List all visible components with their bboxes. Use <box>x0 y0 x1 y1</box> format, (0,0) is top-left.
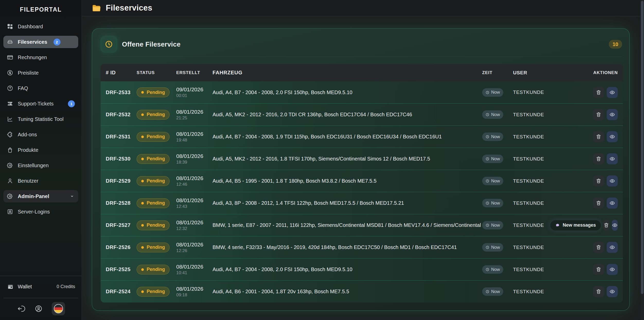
sidebar-item-label: Add-ons <box>18 132 37 138</box>
delete-button[interactable] <box>593 109 604 120</box>
view-button[interactable] <box>612 220 618 231</box>
view-button[interactable] <box>607 198 618 209</box>
status-dot-icon <box>141 224 144 227</box>
speech-bubble-icon <box>555 223 560 228</box>
trash-icon <box>596 244 602 250</box>
sidebar-item-benutzer[interactable]: Benutzer <box>3 175 78 187</box>
status-label: Pending <box>147 178 165 184</box>
delete-button[interactable] <box>603 220 609 231</box>
profile-icon[interactable] <box>34 304 43 313</box>
delete-button[interactable] <box>593 131 604 142</box>
actions-cell <box>552 131 623 142</box>
credit-card-icon <box>7 54 13 61</box>
delete-button[interactable] <box>593 175 604 186</box>
view-button[interactable] <box>607 175 618 186</box>
table-row: DRF-2532 Pending 08/01/2026 21:25 Audi, … <box>101 103 623 126</box>
sidebar-item-add-ons[interactable]: Add-ons <box>3 128 78 141</box>
clock-icon <box>486 135 489 139</box>
delete-button[interactable] <box>593 87 604 98</box>
sidebar-item-produkte[interactable]: Produkte <box>3 144 78 156</box>
delete-button[interactable] <box>593 264 604 275</box>
time-pill: Now <box>482 110 503 119</box>
actions-cell <box>552 286 623 297</box>
created-cell: 08/01/2026 12:26 <box>176 242 213 253</box>
clock-icon <box>486 91 489 94</box>
time-pill: Now <box>482 287 503 296</box>
trash-icon <box>596 134 602 140</box>
status-badge: Pending <box>137 176 170 186</box>
status-cell: Pending <box>137 220 176 230</box>
sidebar-item-support-tickets[interactable]: Support-Tickets 1 <box>3 97 78 110</box>
created-time: 18:39 <box>176 160 213 165</box>
sidebar-item-fileservices[interactable]: Fileservices 2 <box>3 36 78 48</box>
question-circle-icon <box>7 85 13 92</box>
status-badge: Pending <box>137 132 170 142</box>
delete-button[interactable] <box>593 286 604 297</box>
sidebar-item-faq[interactable]: FAQ <box>3 82 78 94</box>
language-flag-button[interactable] <box>52 302 65 315</box>
sidebar-item-preisliste[interactable]: Preisliste <box>3 67 78 79</box>
user-name: TESTKUNDE <box>513 112 552 118</box>
time-pill-label: Now <box>491 267 500 272</box>
brand-title: FILEPORTAL <box>0 6 82 13</box>
clock-icon <box>486 179 489 183</box>
clock-icon <box>486 113 489 117</box>
user-name: TESTKUNDE <box>513 200 552 206</box>
wallet-row[interactable]: Wallet 0 Credits <box>7 280 75 293</box>
zeit-cell: Now <box>482 155 513 163</box>
table-body: DRF-2533 Pending 09/01/2026 00:01 Audi, … <box>101 81 623 303</box>
view-button[interactable] <box>607 242 618 253</box>
view-button[interactable] <box>607 286 618 297</box>
sidebar-item-einstellungen[interactable]: Einstellungen <box>3 159 78 172</box>
sidebar-item-server-logins[interactable]: Server-Logins <box>3 206 78 218</box>
created-time: 19:48 <box>176 138 213 143</box>
time-pill: Now <box>482 221 503 229</box>
sidebar-item-tuning-statistic-tool[interactable]: Tuning Statistic Tool <box>3 113 78 125</box>
delete-button[interactable] <box>593 198 604 209</box>
table-row: DRF-2528 Pending 08/01/2026 12:43 Audi, … <box>101 192 623 214</box>
eye-icon <box>609 266 615 272</box>
delete-button[interactable] <box>593 153 604 164</box>
status-dot-icon <box>141 91 144 94</box>
created-date: 08/01/2026 <box>176 242 213 248</box>
sidebar-item-dashboard[interactable]: Dashboard <box>3 20 78 33</box>
view-button[interactable] <box>607 87 618 98</box>
table-row: DRF-2531 Pending 08/01/2026 19:48 Audi, … <box>101 126 623 148</box>
sidebar-item-rechnungen[interactable]: Rechnungen <box>3 51 78 64</box>
user-name: TESTKUNDE <box>513 90 552 95</box>
german-flag-icon <box>54 304 63 313</box>
zeit-cell: Now <box>482 287 513 296</box>
fileservice-id: DRF-2531 <box>101 134 137 140</box>
dashboard-icon <box>7 23 13 30</box>
scrollbar-thumb[interactable] <box>641 1 643 294</box>
created-date: 09/01/2026 <box>176 86 213 93</box>
view-button[interactable] <box>607 264 618 275</box>
actions-cell <box>552 87 623 98</box>
status-cell: Pending <box>137 176 176 186</box>
created-cell: 08/01/2026 12:46 <box>176 175 213 187</box>
view-button[interactable] <box>607 109 618 120</box>
status-label: Pending <box>147 267 165 272</box>
actions-cell <box>552 264 623 275</box>
logout-icon[interactable] <box>17 304 25 313</box>
folder-icon <box>92 4 101 12</box>
sidebar-divider-top <box>0 276 82 276</box>
status-badge: Pending <box>137 110 170 120</box>
eye-icon <box>612 222 618 228</box>
sidebar-item-admin-panel[interactable]: Admin-Panel <box>3 190 78 202</box>
status-badge: Pending <box>137 87 170 97</box>
vehicle-description: Audi, A4, B6 - 2001 - 2004, 1.8T 20v 163… <box>213 289 482 295</box>
zeit-cell: Now <box>482 88 513 97</box>
clock-icon <box>486 201 489 205</box>
status-badge: Pending <box>137 265 170 274</box>
delete-button[interactable] <box>593 242 604 253</box>
actions-cell <box>552 153 623 164</box>
actions-cell <box>552 109 623 120</box>
page-head: Fileservices <box>92 0 152 16</box>
view-button[interactable] <box>607 131 618 142</box>
sidebar-item-label: Einstellungen <box>18 163 49 168</box>
view-button[interactable] <box>607 153 618 164</box>
col-header-erstellt: ERSTELLT <box>176 70 213 75</box>
status-cell: Pending <box>137 198 176 208</box>
page-scrollbar[interactable] <box>640 0 644 320</box>
